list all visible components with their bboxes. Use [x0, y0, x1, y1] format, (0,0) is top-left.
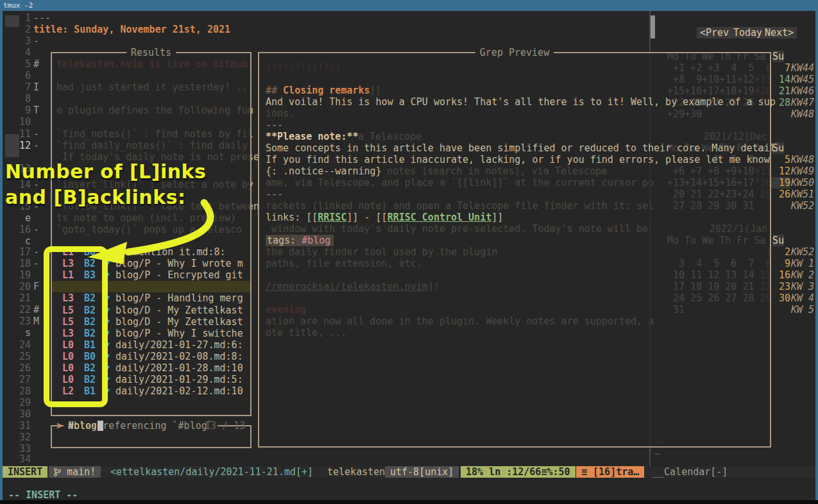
result-item-label: daily/2021-01-29.md:5: [115, 374, 243, 385]
tmux-titlebar: tmux -2 [0, 0, 818, 11]
preview-line: links: [[RRISC]] - [[RRISC Control Unit]… [266, 212, 503, 223]
preview-text: links: [[ [266, 212, 318, 223]
line-number: 32 [5, 432, 31, 443]
preview-line: If you find this article inaccurate, lac… [266, 154, 770, 165]
line-number: 3 [5, 35, 31, 47]
git-branch-segment: main! [49, 466, 101, 478]
buffer-text: T [33, 105, 39, 116]
editor-area: 1234567891011121314151617181920212223242… [3, 11, 815, 500]
preview-text: ]] - [[ [346, 212, 387, 223]
result-item-label: daily/2021-02-12.md:10 [115, 385, 243, 397]
calendar-sunday[interactable]: 7 [771, 62, 790, 74]
result-item-label: blog/P - Why I wrote m [115, 258, 243, 269]
result-item-label: blog/D - My Zettelkast [115, 316, 243, 328]
calendar-sunday[interactable]: 23 [771, 281, 790, 292]
preview-line: {: .notice--warning} [266, 165, 382, 177]
buffer-text: --- [33, 12, 51, 24]
buffer-text: - [33, 128, 39, 140]
calendar-week-number: KW52 [791, 246, 814, 258]
preview-line: And voila! This is how a CPU works! That… [266, 96, 776, 108]
calendar-sunday[interactable]: 12 [771, 165, 790, 177]
preview-window: Grep Preview [258, 52, 771, 448]
line-number: 7 [5, 81, 31, 93]
buffer-text: M [33, 315, 39, 327]
preview-text: Some concepts in this article have been … [266, 142, 776, 154]
empty-line-tilde: ~ [654, 448, 660, 460]
result-item-label: daily/2021-01-28.md:10 [115, 362, 243, 374]
calendar-sunday[interactable]: 16 [771, 269, 790, 281]
buffer-text: - [33, 246, 39, 258]
calendar-nav-today[interactable]: Today [730, 27, 765, 38]
search-input[interactable]: #blog [68, 420, 97, 432]
line-number: 21 [5, 292, 31, 304]
calendar-week-number: KW46 [791, 85, 814, 97]
preview-text: Closing remarks [283, 85, 370, 96]
calendar-week-number: KW52 [791, 200, 814, 212]
buffer-text: # [33, 304, 39, 315]
preview-title: Grep Preview [475, 47, 554, 58]
bottom-edge [0, 500, 818, 504]
cursor-position-label: 18% ln :12/66≡%:50 [461, 466, 575, 478]
calendar-sunday[interactable]: 9 [771, 258, 790, 269]
calendar-sunday[interactable]: 5 [771, 154, 790, 165]
calendar-statusline: __Calendar[-] [647, 466, 815, 478]
mode-indicator: INSERT [3, 466, 47, 478]
calendar-sunday-header: Su [772, 235, 784, 246]
filename-label: <ettelkasten/daily/2021-11-21.md[+] [105, 466, 318, 478]
line-number: 9 [5, 105, 31, 116]
line-number: 31 [5, 420, 31, 432]
calendar-sunday[interactable]: 19 [771, 177, 790, 189]
git-branch-icon [54, 468, 61, 476]
line-number: 25 [5, 351, 31, 362]
preview-line: tags: #blog [266, 235, 334, 246]
calendar-week-number: KW48 [791, 108, 814, 120]
encoding-label: utf-8[unix] [385, 466, 459, 478]
calendar-week-number: KW47 [791, 97, 814, 108]
buffer-text: - [33, 35, 39, 47]
line-number: 28 [5, 385, 31, 397]
calendar-sunday[interactable]: 21 [771, 85, 790, 97]
annotation-highlight-box [44, 246, 108, 407]
preview-text: If you find this article inaccurate, lac… [266, 154, 770, 165]
line-number: 17 [5, 246, 31, 258]
calendar-week-number: KW51 [791, 189, 814, 200]
buffer-text: I [33, 81, 39, 93]
calendar-week-number: KW 4 [791, 292, 814, 304]
line-number: 10 [5, 116, 31, 128]
line-number: 4 [5, 47, 31, 58]
preview-text: RRISC [318, 212, 346, 223]
result-item-label: blog/D - My Zettelkast [115, 305, 243, 316]
annotation-text-line1: Number of [L]inks [5, 159, 206, 185]
buffer-text: - [33, 140, 39, 151]
calendar-nav-prev[interactable]: <Prev [697, 27, 732, 38]
annotation-text-line2: and [B]acklinks: [5, 185, 186, 210]
result-item-label: mention it.md:8: [133, 246, 226, 258]
line-number: 19 [5, 269, 31, 281]
calendar-week-number: KW 1 [791, 258, 814, 269]
calendar-sunday[interactable]: 30 [771, 292, 790, 304]
pane-mark [5, 134, 19, 157]
buffer-text: F [33, 281, 39, 292]
calendar-week-number: KW 3 [791, 281, 814, 292]
calendar-sunday[interactable]: 26 [771, 189, 790, 200]
text-cursor [98, 421, 103, 431]
preview-text: ]] [491, 212, 503, 223]
line-number: 22 [5, 304, 31, 315]
preview-text: **Please note:** [266, 131, 359, 142]
line-number: 29 [5, 397, 31, 408]
calendar-sunday-header: Su [772, 51, 784, 62]
line-number: 24 [5, 339, 31, 351]
pane-mark [5, 15, 19, 27]
calendar-sunday[interactable]: 2 [771, 246, 790, 258]
calendar-nav-next[interactable]: Next> [762, 27, 797, 38]
result-item-label: blog/P - Handling merg [115, 292, 243, 304]
preview-line: Some concepts in this article have been … [266, 142, 776, 154]
calendar-sunday[interactable]: 14 [771, 74, 790, 85]
line-number: 34 [5, 453, 31, 465]
calendar-week-number: KW48 [791, 154, 814, 165]
command-line-mode: -- INSERT -- [8, 489, 78, 501]
result-item-label: daily/2021-01-27.md:6: [115, 339, 243, 351]
preview-text: #blog [302, 235, 330, 246]
calendar-week-number: KW50 [791, 177, 814, 189]
preview-text: {: .notice--warning} [266, 165, 382, 177]
